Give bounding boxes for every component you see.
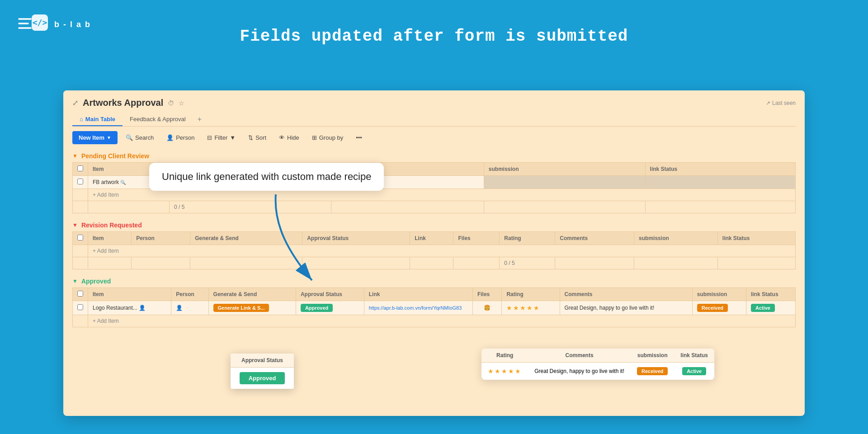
row-checkbox[interactable] xyxy=(77,179,83,184)
tabs-row: ⌂ Main Table Feedback & Approval + xyxy=(72,113,796,127)
th-popup-submission: submission xyxy=(631,349,674,363)
person-button[interactable]: 👤 Person xyxy=(162,132,199,144)
td-comments-approved: Great Design, happy to go live with it! xyxy=(560,301,692,315)
td-popup-submission: Received xyxy=(631,363,674,380)
th-generate-approved: Generate & Send xyxy=(208,288,296,301)
more-options-button[interactable]: ••• xyxy=(351,132,367,144)
select-all-approved[interactable] xyxy=(77,291,83,297)
more-icon: ••• xyxy=(356,134,362,141)
th-approval-revision: Approval Status xyxy=(302,232,410,245)
th-files-approved: Files xyxy=(472,288,502,301)
select-all-revision[interactable] xyxy=(77,235,83,241)
filter-icon: ⊟ xyxy=(207,134,212,141)
summary-row-revision: 0 / 5 xyxy=(73,257,796,269)
td-popup-comments: Great Design, happy to go live with it! xyxy=(528,363,631,380)
td-submission-approved: Received xyxy=(692,301,746,315)
td-person-approved: 👤 xyxy=(171,301,208,315)
popup-link-status-badge: Active xyxy=(682,367,706,375)
tab-main-table[interactable]: ⌂ Main Table xyxy=(72,113,123,126)
person-icon: 👤 xyxy=(139,305,146,311)
th-rating-revision: Rating xyxy=(500,232,555,245)
th-popup-comments: Comments xyxy=(528,349,631,363)
th-popup-link-status: link Status xyxy=(674,349,714,363)
dropdown-arrow-icon: ▼ xyxy=(107,135,111,140)
td-popup-rating: ★★★★★ xyxy=(481,363,528,380)
group-by-button[interactable]: ⊞ Group by xyxy=(307,132,348,144)
th-item-revision: Item xyxy=(88,232,132,245)
hide-icon: 👁 xyxy=(279,134,285,141)
person-avatar-icon: 👤 xyxy=(176,305,183,311)
th-files-revision: Files xyxy=(453,232,500,245)
table-revision: Item Person Generate & Send Approval Sta… xyxy=(72,231,796,269)
summary-row-pending: 0 / 5 xyxy=(73,201,796,213)
th-checkbox-pending xyxy=(73,163,88,176)
submission-badge: Received xyxy=(697,304,728,312)
th-person-revision: Person xyxy=(132,232,190,245)
th-link-approved: Link xyxy=(364,288,472,301)
add-item-row-revision[interactable]: + Add Item xyxy=(73,245,796,257)
td-files-approved: 🍔 xyxy=(472,301,502,315)
add-item-label-revision[interactable]: + Add Item xyxy=(88,245,796,257)
approval-popup-header: Approval Status xyxy=(231,354,294,368)
table-row: Logo Restaurant... 👤 👤 Generate Link & S… xyxy=(73,301,796,315)
last-seen: ↗ Last seen xyxy=(766,100,796,106)
th-link-status-revision: link Status xyxy=(717,232,795,245)
section-header-approved[interactable]: ▼ Approved xyxy=(72,274,796,288)
approval-status-popup: Approval Status Approved xyxy=(231,354,294,389)
filter-dropdown-icon: ▼ xyxy=(230,134,236,141)
summary-rating-pending: 0 / 5 xyxy=(170,201,331,213)
section-approved: ▼ Approved Item Person Generate & Send A… xyxy=(72,274,796,327)
star-outline-icon: ☆ xyxy=(179,99,184,107)
bottom-popup-table: Rating Comments submission link Status ★… xyxy=(481,349,714,380)
filter-button[interactable]: ⊟ Filter ▼ xyxy=(203,132,240,144)
td-item-approved: Logo Restaurant... 👤 xyxy=(88,301,171,315)
td-checkbox[interactable] xyxy=(73,176,88,189)
app-title: Artworks Approval xyxy=(83,98,163,108)
hide-button[interactable]: 👁 Hide xyxy=(274,132,304,144)
approval-popup-content: Approved xyxy=(231,368,294,389)
search-row-icon: 🔍 xyxy=(120,180,126,185)
section-header-pending[interactable]: ▼ Pending Client Review xyxy=(72,149,796,162)
home-icon: ⌂ xyxy=(80,116,83,123)
add-item-row-approved[interactable]: + Add Item xyxy=(73,315,796,327)
td-link-approved[interactable]: https://apr.b-lab.com.vn/form/YqrNMIoG83 xyxy=(364,301,472,315)
row-checkbox-approved[interactable] xyxy=(77,304,83,310)
td-link-status xyxy=(645,176,795,189)
chevron-revision-icon: ▼ xyxy=(72,222,78,228)
share-icon: ⤢ xyxy=(72,99,78,107)
td-checkbox-approved[interactable] xyxy=(73,301,88,315)
tab-feedback-approval[interactable]: Feedback & Approval xyxy=(123,113,193,126)
toolbar: New Item ▼ 🔍 Search 👤 Person ⊟ Filter ▼ … xyxy=(63,127,805,149)
callout-box: Unique link generated with custom made r… xyxy=(149,163,384,191)
th-generate-revision: Generate & Send xyxy=(190,232,302,245)
th-link-status-approved: link Status xyxy=(746,288,795,301)
new-item-button[interactable]: New Item ▼ xyxy=(72,131,118,144)
th-rating-approved: Rating xyxy=(502,288,560,301)
add-item-label-approved[interactable]: + Add Item xyxy=(88,315,796,327)
th-link-revision: Link xyxy=(410,232,453,245)
td-generate-approved[interactable]: Generate Link & S... xyxy=(208,301,296,315)
td-rating-approved: ★★★★★ xyxy=(502,301,560,315)
table-row: ★★★★★ Great Design, happy to go live wit… xyxy=(481,363,714,380)
th-comments-approved: Comments xyxy=(560,288,692,301)
section-header-revision[interactable]: ▼ Revision Requested xyxy=(72,218,796,231)
select-all-pending[interactable] xyxy=(77,165,83,171)
th-submission-revision: submission xyxy=(634,232,718,245)
approval-status-badge: Approved xyxy=(301,304,333,312)
chevron-approved-icon: ▼ xyxy=(72,278,78,284)
th-submission-pending: submission xyxy=(484,163,645,176)
file-icon: 🍔 xyxy=(484,305,491,311)
clock-icon: ⏱ xyxy=(168,99,174,107)
generate-link-badge[interactable]: Generate Link & S... xyxy=(213,304,269,312)
td-submission xyxy=(484,176,645,189)
popup-submission-badge: Received xyxy=(637,367,668,375)
link-status-badge: Active xyxy=(751,304,775,312)
th-popup-rating: Rating xyxy=(481,349,528,363)
search-button[interactable]: 🔍 Search xyxy=(121,132,158,144)
th-link-status-pending: link Status xyxy=(645,163,795,176)
main-heading: Fields updated after form is submitted xyxy=(0,27,868,46)
tab-add-button[interactable]: + xyxy=(193,113,206,126)
sort-button[interactable]: ⇅ Sort xyxy=(244,132,271,144)
bottom-popup: Rating Comments submission link Status ★… xyxy=(481,349,714,380)
person-filter-icon: 👤 xyxy=(166,134,174,141)
